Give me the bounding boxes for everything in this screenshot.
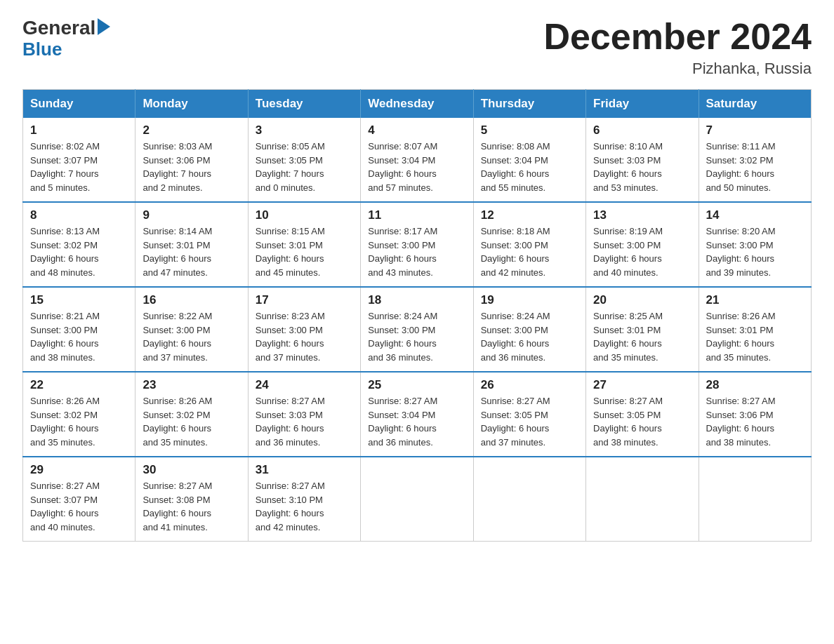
day-number: 4 [368,123,465,137]
day-number: 24 [256,378,353,392]
calendar-cell: 4 Sunrise: 8:07 AMSunset: 3:04 PMDayligh… [361,118,473,202]
calendar-cell: 24 Sunrise: 8:27 AMSunset: 3:03 PMDaylig… [248,372,360,457]
day-number: 3 [256,123,353,137]
day-info: Sunrise: 8:26 AMSunset: 3:02 PMDaylight:… [143,394,240,449]
calendar-cell: 29 Sunrise: 8:27 AMSunset: 3:07 PMDaylig… [23,457,135,542]
calendar-cell: 2 Sunrise: 8:03 AMSunset: 3:06 PMDayligh… [135,118,248,202]
day-info: Sunrise: 8:13 AMSunset: 3:02 PMDaylight:… [30,224,128,279]
calendar-cell: 1 Sunrise: 8:02 AMSunset: 3:07 PMDayligh… [23,118,135,202]
calendar-cell: 20 Sunrise: 8:25 AMSunset: 3:01 PMDaylig… [586,287,699,372]
header-cell-sunday: Sunday [23,90,135,119]
day-number: 1 [30,123,128,137]
calendar-cell: 9 Sunrise: 8:14 AMSunset: 3:01 PMDayligh… [135,202,248,287]
day-info: Sunrise: 8:10 AMSunset: 3:03 PMDaylight:… [593,140,691,194]
calendar-cell: 18 Sunrise: 8:24 AMSunset: 3:00 PMDaylig… [361,287,473,372]
calendar-cell [473,457,585,542]
day-info: Sunrise: 8:27 AMSunset: 3:07 PMDaylight:… [30,479,128,534]
calendar-cell [586,457,699,542]
header-cell-monday: Monday [135,90,248,119]
day-info: Sunrise: 8:14 AMSunset: 3:01 PMDaylight:… [143,224,240,279]
day-number: 5 [481,123,578,137]
calendar-cell: 28 Sunrise: 8:27 AMSunset: 3:06 PMDaylig… [699,372,811,457]
day-number: 30 [143,463,240,477]
day-info: Sunrise: 8:27 AMSunset: 3:04 PMDaylight:… [368,394,465,449]
calendar-header-row: SundayMondayTuesdayWednesdayThursdayFrid… [23,90,812,119]
day-info: Sunrise: 8:24 AMSunset: 3:00 PMDaylight:… [368,309,465,364]
calendar-cell: 23 Sunrise: 8:26 AMSunset: 3:02 PMDaylig… [135,372,248,457]
day-number: 14 [706,208,804,222]
day-info: Sunrise: 8:23 AMSunset: 3:00 PMDaylight:… [256,309,353,364]
day-info: Sunrise: 8:26 AMSunset: 3:02 PMDaylight:… [30,394,128,449]
calendar-week-4: 22 Sunrise: 8:26 AMSunset: 3:02 PMDaylig… [23,372,812,457]
day-info: Sunrise: 8:05 AMSunset: 3:05 PMDaylight:… [256,140,353,194]
calendar-cell: 5 Sunrise: 8:08 AMSunset: 3:04 PMDayligh… [473,118,585,202]
calendar-cell [699,457,811,542]
calendar-cell: 7 Sunrise: 8:11 AMSunset: 3:02 PMDayligh… [699,118,811,202]
day-info: Sunrise: 8:15 AMSunset: 3:01 PMDaylight:… [256,224,353,279]
day-info: Sunrise: 8:27 AMSunset: 3:08 PMDaylight:… [143,479,240,534]
day-info: Sunrise: 8:21 AMSunset: 3:00 PMDaylight:… [30,309,128,364]
day-info: Sunrise: 8:20 AMSunset: 3:00 PMDaylight:… [706,224,804,279]
day-number: 25 [368,378,465,392]
calendar-cell: 30 Sunrise: 8:27 AMSunset: 3:08 PMDaylig… [135,457,248,542]
header-cell-tuesday: Tuesday [248,90,360,119]
day-number: 13 [593,208,691,222]
calendar-cell: 8 Sunrise: 8:13 AMSunset: 3:02 PMDayligh… [23,202,135,287]
calendar-cell [361,457,473,542]
page-header: General Blue December 2024 Pizhanka, Rus… [22,17,812,78]
calendar-cell: 31 Sunrise: 8:27 AMSunset: 3:10 PMDaylig… [248,457,360,542]
day-info: Sunrise: 8:11 AMSunset: 3:02 PMDaylight:… [706,140,804,194]
day-number: 21 [706,293,804,307]
day-number: 9 [143,208,240,222]
logo-blue-text: Blue [22,39,110,60]
day-number: 17 [256,293,353,307]
calendar-cell: 12 Sunrise: 8:18 AMSunset: 3:00 PMDaylig… [473,202,585,287]
day-number: 29 [30,463,128,477]
day-number: 6 [593,123,691,137]
day-info: Sunrise: 8:07 AMSunset: 3:04 PMDaylight:… [368,140,465,194]
title-block: December 2024 Pizhanka, Russia [543,17,812,78]
calendar-week-5: 29 Sunrise: 8:27 AMSunset: 3:07 PMDaylig… [23,457,812,542]
day-number: 2 [143,123,240,137]
day-info: Sunrise: 8:08 AMSunset: 3:04 PMDaylight:… [481,140,578,194]
day-info: Sunrise: 8:19 AMSunset: 3:00 PMDaylight:… [593,224,691,279]
calendar-week-1: 1 Sunrise: 8:02 AMSunset: 3:07 PMDayligh… [23,118,812,202]
day-number: 19 [481,293,578,307]
day-number: 27 [593,378,691,392]
calendar-cell: 11 Sunrise: 8:17 AMSunset: 3:00 PMDaylig… [361,202,473,287]
month-title: December 2024 [543,17,812,57]
day-info: Sunrise: 8:24 AMSunset: 3:00 PMDaylight:… [481,309,578,364]
day-number: 15 [30,293,128,307]
calendar-cell: 14 Sunrise: 8:20 AMSunset: 3:00 PMDaylig… [699,202,811,287]
calendar-table: SundayMondayTuesdayWednesdayThursdayFrid… [22,89,812,542]
calendar-cell: 15 Sunrise: 8:21 AMSunset: 3:00 PMDaylig… [23,287,135,372]
calendar-week-2: 8 Sunrise: 8:13 AMSunset: 3:02 PMDayligh… [23,202,812,287]
day-number: 28 [706,378,804,392]
day-number: 8 [30,208,128,222]
calendar-week-3: 15 Sunrise: 8:21 AMSunset: 3:00 PMDaylig… [23,287,812,372]
day-info: Sunrise: 8:27 AMSunset: 3:06 PMDaylight:… [706,394,804,449]
day-number: 20 [593,293,691,307]
calendar-cell: 22 Sunrise: 8:26 AMSunset: 3:02 PMDaylig… [23,372,135,457]
calendar-cell: 27 Sunrise: 8:27 AMSunset: 3:05 PMDaylig… [586,372,699,457]
day-number: 22 [30,378,128,392]
calendar-cell: 17 Sunrise: 8:23 AMSunset: 3:00 PMDaylig… [248,287,360,372]
calendar-cell: 6 Sunrise: 8:10 AMSunset: 3:03 PMDayligh… [586,118,699,202]
calendar-cell: 26 Sunrise: 8:27 AMSunset: 3:05 PMDaylig… [473,372,585,457]
day-number: 18 [368,293,465,307]
calendar-cell: 19 Sunrise: 8:24 AMSunset: 3:00 PMDaylig… [473,287,585,372]
day-number: 10 [256,208,353,222]
day-info: Sunrise: 8:22 AMSunset: 3:00 PMDaylight:… [143,309,240,364]
day-number: 31 [256,463,353,477]
calendar-cell: 10 Sunrise: 8:15 AMSunset: 3:01 PMDaylig… [248,202,360,287]
day-info: Sunrise: 8:27 AMSunset: 3:05 PMDaylight:… [593,394,691,449]
day-info: Sunrise: 8:25 AMSunset: 3:01 PMDaylight:… [593,309,691,364]
logo-arrow-icon [98,18,110,35]
day-number: 12 [481,208,578,222]
day-info: Sunrise: 8:26 AMSunset: 3:01 PMDaylight:… [706,309,804,364]
day-info: Sunrise: 8:17 AMSunset: 3:00 PMDaylight:… [368,224,465,279]
header-cell-friday: Friday [586,90,699,119]
location-label: Pizhanka, Russia [543,60,812,78]
calendar-cell: 16 Sunrise: 8:22 AMSunset: 3:00 PMDaylig… [135,287,248,372]
calendar-cell: 3 Sunrise: 8:05 AMSunset: 3:05 PMDayligh… [248,118,360,202]
